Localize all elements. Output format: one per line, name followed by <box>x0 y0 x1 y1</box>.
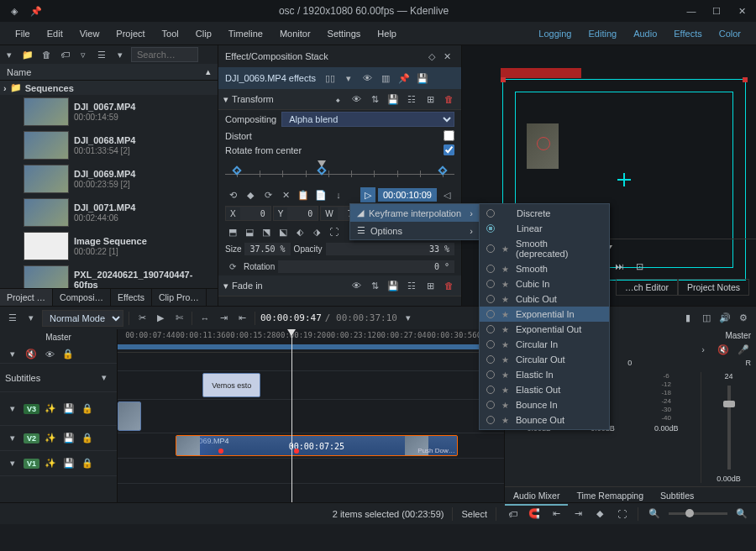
pin-icon[interactable]: 📌 <box>29 3 44 18</box>
bin-item[interactable]: DJI_0069.MP400:00:23:59 [2] <box>0 162 218 196</box>
settings-icon[interactable]: ⊞ <box>423 92 438 107</box>
eye-icon[interactable]: 👁 <box>349 278 364 293</box>
align-left-icon[interactable]: ⬒ <box>225 224 240 239</box>
timeline-ruler[interactable]: 00:00:07:44 00:00:11:36 00:00:15:28 00:0… <box>118 329 504 353</box>
overwrite-icon[interactable]: ⇤ <box>234 311 249 326</box>
interp-option[interactable]: ★Exponential Out <box>480 322 609 337</box>
timeline-timecode[interactable]: 00:00:09:47 <box>260 312 322 323</box>
layout-logging[interactable]: Logging <box>530 25 580 42</box>
remove-keyframe-icon[interactable]: ✕ <box>278 187 293 202</box>
layout-editing[interactable]: Editing <box>580 25 625 42</box>
move-icon[interactable]: ⇅ <box>367 92 382 107</box>
align-middle-icon[interactable]: ⬖ <box>292 224 307 239</box>
interp-option[interactable]: ★Cubic Out <box>480 291 609 307</box>
tab-compositions[interactable]: Composi… <box>53 289 111 306</box>
track-v2-tag[interactable]: V2 <box>24 433 39 443</box>
skip-forward-icon[interactable]: ⏭ <box>612 259 627 274</box>
save-icon[interactable]: 💾 <box>61 456 76 471</box>
expand-icon[interactable]: ▾ <box>5 401 20 417</box>
mute-icon[interactable]: 🔇 <box>716 342 731 357</box>
delete-icon[interactable]: 🗑 <box>39 47 54 62</box>
bin-col-name[interactable]: Name <box>7 67 31 77</box>
interp-option[interactable]: ★Circular In <box>480 337 609 352</box>
playhead[interactable] <box>291 329 292 502</box>
tab-effects[interactable]: Effects <box>111 289 152 306</box>
fade-in-effect-header[interactable]: ▾ Fade in 👁 ⇅ 💾 ☷ ⊞ 🗑 <box>218 276 461 296</box>
expand-mixer-icon[interactable]: › <box>696 342 711 357</box>
lock-icon[interactable]: 🔒 <box>80 401 95 417</box>
float-icon[interactable]: ◇ <box>424 49 439 64</box>
mic-icon[interactable]: 🎤 <box>736 342 751 357</box>
apply-icon[interactable]: ↓ <box>331 187 346 202</box>
insert-icon[interactable]: ⇥ <box>216 311 231 326</box>
menu-help[interactable]: Help <box>369 25 405 42</box>
menu-options[interactable]: ☰ Options › <box>350 222 480 239</box>
tab-subtitles[interactable]: Subtitles <box>652 487 702 506</box>
menu-tool[interactable]: Tool <box>154 25 187 42</box>
add-clip-icon[interactable]: ▾ <box>2 47 17 62</box>
align-right-icon[interactable]: ⬔ <box>259 224 274 239</box>
interp-option[interactable]: ★Circular Out <box>480 352 609 367</box>
tag-icon[interactable]: 🏷 <box>505 506 520 522</box>
bin-item[interactable]: DJI_0068.MP400:01:33:54 [2] <box>0 129 218 162</box>
bin-item[interactable]: DJI_0067.MP400:00:14:59 <box>0 95 218 129</box>
delete-effect-icon[interactable]: 🗑 <box>441 92 456 107</box>
eye-icon[interactable]: 👁 <box>42 347 57 362</box>
close-panel-icon[interactable]: ✕ <box>439 49 454 64</box>
fit-zoom-icon[interactable]: ⛶ <box>614 506 629 522</box>
fx-icon[interactable]: ✨ <box>43 431 58 446</box>
align-center-icon[interactable]: ⬓ <box>242 224 257 239</box>
timeline-canvas[interactable]: 00:00:07:44 00:00:11:36 00:00:15:28 00:0… <box>118 329 504 502</box>
zoom-slider[interactable] <box>669 512 727 515</box>
menu-project[interactable]: Project <box>108 25 153 42</box>
eye-icon[interactable]: 👁 <box>349 92 364 107</box>
keyframe-ruler[interactable] <box>225 160 454 182</box>
interp-option[interactable]: ★Elastic In <box>480 367 609 382</box>
razor-icon[interactable]: ✄ <box>171 311 186 326</box>
chevron-down-icon[interactable]: ▾ <box>401 311 416 326</box>
fx-icon[interactable]: ✨ <box>43 401 58 417</box>
copy-keyframe-icon[interactable]: 📋 <box>296 187 311 202</box>
interp-option[interactable]: ★Smooth (deprecated) <box>480 236 609 261</box>
transform-y[interactable]: Y0 <box>273 206 319 221</box>
bin-item[interactable]: PXL_20240621_190740447-60fps <box>0 263 218 288</box>
bin-sequences-folder[interactable]: › 📁 Sequences <box>0 81 218 95</box>
track-menu-icon[interactable]: ▾ <box>24 311 39 326</box>
interp-option[interactable]: ★Cubic In <box>480 276 609 291</box>
opacity-value[interactable]: 33 % <box>326 243 454 255</box>
tab-time-remapping[interactable]: Time Remapping <box>568 487 652 506</box>
bin-sort-icon[interactable]: ▴ <box>206 66 211 77</box>
timeline-menu-icon[interactable]: ☰ <box>5 311 20 326</box>
tab-project-notes[interactable]: Project Notes <box>678 279 749 296</box>
monitor-anchor-icon[interactable] <box>537 137 550 150</box>
zone-out-icon[interactable]: ⇥ <box>570 506 585 522</box>
menu-file[interactable]: File <box>7 25 39 42</box>
interp-option[interactable]: Linear <box>480 221 609 236</box>
save-icon[interactable]: 💾 <box>61 431 76 446</box>
lock-icon[interactable]: 🔒 <box>80 431 95 446</box>
tag-icon[interactable]: 🏷 <box>57 47 72 62</box>
enable-icon[interactable]: 👁 <box>360 71 375 86</box>
prev-keyframe-icon[interactable]: ⟲ <box>225 187 240 202</box>
tab-clip-properties[interactable]: Clip Pro… <box>152 289 207 306</box>
interp-option[interactable]: ★Smooth <box>480 261 609 276</box>
bin-tree[interactable]: › 📁 Sequences DJI_0067.MP400:00:14:59 DJ… <box>0 81 218 288</box>
menu-view[interactable]: View <box>71 25 108 42</box>
move-icon[interactable]: ⇅ <box>367 278 382 293</box>
seek-end-icon[interactable]: ◁ <box>439 187 454 202</box>
fx-icon[interactable]: ✨ <box>43 456 58 471</box>
save-preset-icon[interactable]: 💾 <box>386 278 401 293</box>
options-icon[interactable]: ☰ <box>94 47 109 62</box>
transform-x[interactable]: X0 <box>225 206 271 221</box>
transform-handle[interactable] <box>501 77 506 82</box>
transform-effect-header[interactable]: ▾ Transform ⬥ 👁 ⇅ 💾 ☷ ⊞ 🗑 <box>218 89 461 110</box>
minimize-icon[interactable]: — <box>684 3 699 18</box>
track-v3-tag[interactable]: V3 <box>24 404 39 414</box>
timeline-clip-selected[interactable]: DJI_0069.MP4 00:00:07:25 Push Dow… <box>176 435 458 456</box>
interp-option[interactable]: ★Exponential In <box>480 307 609 322</box>
lock-icon[interactable]: 🔒 <box>60 347 76 362</box>
search-input[interactable] <box>131 47 198 62</box>
paste-keyframe-icon[interactable]: 📄 <box>313 187 328 202</box>
menu-settings[interactable]: Settings <box>319 25 370 42</box>
compositing-select[interactable]: Alpha blend <box>281 112 454 127</box>
